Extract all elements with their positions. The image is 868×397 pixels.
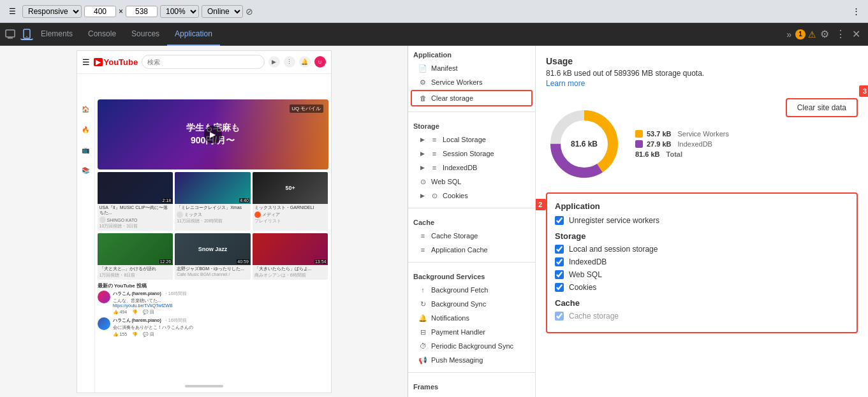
- expand-icon-indexeddb[interactable]: ▶: [418, 164, 426, 171]
- unregister-sw-checkbox[interactable]: [555, 216, 564, 225]
- background-services-text: Background Services: [413, 273, 485, 280]
- yt-dislike-action-1[interactable]: 👎: [132, 310, 138, 315]
- sidebar-item-cache-storage[interactable]: ≡ Cache Storage: [408, 229, 535, 243]
- clear-storage-label: Clear storage: [431, 94, 473, 102]
- cookies-checkbox-label: Cookies: [569, 283, 596, 292]
- sidebar-item-web-sql[interactable]: ⊙ Web SQL: [408, 175, 535, 189]
- sidebar-item-service-workers[interactable]: ⚙ Service Workers: [408, 75, 535, 89]
- sidebar-item-session-storage[interactable]: ▶ ≡ Session Storage: [408, 147, 535, 161]
- right-panel-inner: Usage 81.6 kB used out of 589396 MB stor…: [536, 46, 868, 351]
- cache-storage-label: Cache Storage: [431, 232, 478, 240]
- yt-sidebar-library[interactable]: 📚: [78, 163, 93, 178]
- yt-post-text-2: 会に演奏をありがとこ！ハラこんさんの: [113, 324, 328, 330]
- manifest-icon: 📄: [418, 64, 427, 73]
- yt-hero-badge: UQ モバイル: [290, 105, 323, 113]
- devtools-inspect-btn[interactable]: [0, 29, 20, 40]
- background-services-title: Background Services: [408, 268, 535, 283]
- cookies-checkbox[interactable]: [555, 283, 564, 292]
- close-btn[interactable]: ✕: [850, 25, 863, 43]
- more-devtools-btn[interactable]: ⋮: [833, 25, 848, 43]
- tab-application[interactable]: Application: [167, 23, 220, 46]
- youtube-search-input[interactable]: [142, 55, 264, 69]
- more-tabs-btn[interactable]: »: [784, 27, 794, 42]
- yt-post-avatar-1: [98, 291, 110, 303]
- device-select[interactable]: Responsive: [22, 5, 82, 18]
- legend-value-idb: 27.9 kB: [647, 140, 672, 148]
- sidebar-item-cookies[interactable]: ▶ ⊙ Cookies: [408, 189, 535, 203]
- yt-post-link-1[interactable]: https://youtu.be/TVkQTwfZWB: [113, 303, 328, 308]
- sidebar-item-background-sync[interactable]: ↻ Background Sync: [408, 297, 535, 311]
- yt-item-info-6: 「大きいたらたら」ばらよ... 商みオシアンは・6時間前: [253, 265, 328, 279]
- yt-video-grid: 2:18 USA『II』MUSIC CLIP〜肉に〜落ちた... SHINGO …: [98, 172, 328, 231]
- yt-hero-play-btn[interactable]: ▶: [204, 126, 222, 143]
- width-input[interactable]: 400: [84, 6, 116, 17]
- expand-icon-local[interactable]: ▶: [418, 136, 426, 143]
- yt-thumb-4: 12:26: [98, 233, 173, 265]
- expand-icon-session[interactable]: ▶: [418, 150, 426, 157]
- tab-elements[interactable]: Elements: [33, 23, 80, 46]
- yt-comment-action-1[interactable]: 💬 田: [143, 309, 154, 315]
- sidebar-item-background-fetch[interactable]: ↑ Background Fetch: [408, 283, 535, 297]
- application-section-title: Application: [408, 46, 535, 61]
- sidebar-item-notifications[interactable]: 🔔 Notifications: [408, 311, 535, 325]
- yt-grid-item[interactable]: 4:40 「ミレニコークレイジス」Xmas ミックス 11万回視聴・20時間前: [175, 172, 251, 231]
- yt-grid-item-5[interactable]: Snow Jazz 40:59 志野ジャズBGM・ゆったりした... Cafe …: [175, 233, 251, 279]
- yt-comment-action-2[interactable]: 💬 田: [143, 331, 154, 338]
- background-sync-icon: ↻: [418, 300, 427, 308]
- devtools-mobile-btn[interactable]: [20, 29, 33, 40]
- learn-more-link[interactable]: Learn more: [546, 79, 585, 88]
- youtube-video-icon: ▶: [268, 56, 280, 68]
- sidebar-item-indexeddb[interactable]: ▶ ≡ IndexedDB: [408, 161, 535, 175]
- clear-site-data-btn[interactable]: Clear site data: [786, 98, 858, 117]
- yt-sidebar-subs[interactable]: 📺: [78, 143, 93, 158]
- more-options-btn[interactable]: ⋮: [850, 4, 863, 18]
- yt-grid-item-4[interactable]: 12:26 「犬と大と...」かけるが語れ 1万回視聴・8日前: [98, 233, 173, 279]
- push-messaging-icon: 📢: [418, 356, 427, 365]
- cache-partial-checkbox[interactable]: [555, 312, 564, 321]
- sidebar-item-payment-handler[interactable]: ⊟ Payment Handler: [408, 325, 535, 339]
- legend-item-sw: 53.7 kB Service Workers: [635, 130, 729, 138]
- sidebar-item-clear-storage[interactable]: 🗑 Clear storage 1: [411, 90, 533, 106]
- yt-like-action-1[interactable]: 👍 494: [113, 310, 128, 315]
- sidebar-item-top-frame[interactable]: ▶ ⊟ top: [408, 393, 535, 397]
- yt-posts-section-title: 最新の YouTube 投稿: [98, 280, 328, 291]
- payment-handler-icon: ⊟: [418, 328, 427, 336]
- local-session-label: Local and session storage: [569, 245, 658, 254]
- indexeddb-checkbox[interactable]: [555, 257, 564, 266]
- annotation-2: 2: [536, 199, 546, 210]
- toolbar-left: ☰ Responsive 400 × 538 100% Online ⊘: [5, 5, 847, 18]
- zoom-select[interactable]: 100%: [160, 5, 199, 18]
- web-sql-checkbox[interactable]: [555, 270, 564, 279]
- yt-sidebar-explore[interactable]: 🔥: [78, 122, 93, 138]
- hamburger-btn[interactable]: ☰: [5, 6, 20, 17]
- cache-section-title: Cache: [408, 213, 535, 229]
- yt-like-action-2[interactable]: 👍 155: [113, 332, 128, 337]
- sidebar-item-local-storage[interactable]: ▶ ≡ Local Storage: [408, 133, 535, 147]
- svg-rect-0: [6, 30, 15, 37]
- yt-sidebar-home[interactable]: 🏠: [78, 102, 93, 117]
- yt-grid-item-6[interactable]: 13:54 「大きいたらたら」ばらよ... 商みオシアンは・6時間前: [253, 233, 328, 279]
- expand-icon-cookies[interactable]: ▶: [418, 192, 426, 199]
- checkbox-cookies: Cookies: [555, 283, 849, 292]
- yt-grid-item[interactable]: 2:18 USA『II』MUSIC CLIP〜肉に〜落ちた... SHINGO …: [98, 172, 173, 231]
- checkbox-unregister-sw: Unregister service workers: [555, 216, 849, 225]
- height-input[interactable]: 538: [126, 6, 158, 17]
- tab-sources[interactable]: Sources: [124, 23, 167, 46]
- sidebar-item-application-cache[interactable]: ≡ Application Cache: [408, 243, 535, 257]
- tab-console[interactable]: Console: [80, 23, 124, 46]
- sidebar-item-periodic-bg-sync[interactable]: ⏱ Periodic Background Sync: [408, 339, 535, 353]
- app-subsection-title: Application: [555, 201, 849, 211]
- service-workers-label: Service Workers: [431, 78, 482, 86]
- legend-value-total: 81.6 kB: [635, 150, 660, 158]
- local-session-checkbox[interactable]: [555, 245, 564, 254]
- youtube-content: 学生も宅麻も900円/月〜 UQ モバイル ▶ 2:18: [95, 97, 331, 393]
- notifications-label: Notifications: [431, 314, 469, 322]
- network-select[interactable]: Online: [202, 5, 243, 18]
- sidebar-item-manifest[interactable]: 📄 Manifest: [408, 61, 535, 75]
- app-cache-icon: ≡: [418, 245, 427, 254]
- yt-item-info-1: USA『II』MUSIC CLIP〜肉に〜落ちた... SHINGO KATO …: [98, 204, 173, 231]
- sidebar-item-push-messaging[interactable]: 📢 Push Messaging: [408, 353, 535, 367]
- yt-grid-item[interactable]: 50+ ミックスリスト・GARNIDELI メディア プレイリスト: [253, 172, 328, 231]
- settings-btn[interactable]: ⚙: [818, 25, 832, 43]
- yt-dislike-action-2[interactable]: 👎: [132, 332, 138, 337]
